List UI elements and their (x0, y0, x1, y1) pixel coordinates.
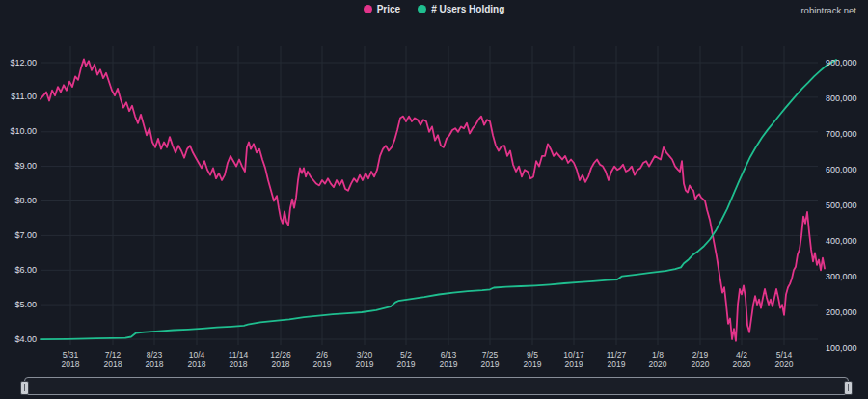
x-axis-label: 6/132019 (427, 350, 470, 369)
price-users-chart (0, 0, 868, 399)
y-axis-right-label: 300,000 (826, 272, 868, 282)
x-axis-label-date: 4/2 (720, 350, 763, 359)
users-holding-line (41, 60, 836, 339)
x-axis-label-date: 8/23 (133, 350, 176, 359)
x-axis-label-year: 2018 (49, 359, 92, 369)
x-axis-label: 11/142018 (217, 350, 259, 369)
x-axis-label-year: 2019 (469, 359, 511, 369)
x-axis-label: 12/262018 (259, 350, 302, 369)
x-axis-label-date: 7/25 (469, 350, 511, 359)
x-axis-label: 2/62019 (301, 350, 343, 369)
x-axis-label-date: 6/13 (427, 350, 470, 359)
x-axis-label-date: 10/17 (553, 350, 595, 359)
x-axis-label-year: 2018 (217, 359, 259, 369)
y-axis-left-label: $11.00 (0, 92, 37, 102)
x-axis-label: 7/252019 (469, 350, 511, 369)
x-axis-label-date: 2/6 (301, 350, 343, 359)
x-axis-label-year: 2018 (92, 359, 134, 369)
y-axis-right-label: 800,000 (826, 93, 868, 104)
x-axis-label-date: 5/31 (49, 350, 92, 359)
y-axis-right-label: 900,000 (826, 58, 868, 68)
x-axis-label: 5/22019 (385, 350, 427, 369)
x-axis-label-year: 2019 (595, 359, 637, 369)
x-axis-label-year: 2018 (176, 359, 218, 369)
x-axis-label: 5/312018 (49, 350, 92, 369)
x-axis-label: 7/122018 (92, 350, 134, 369)
x-axis-label: 2/192020 (679, 350, 721, 369)
y-axis-left-label: $4.00 (0, 334, 37, 345)
x-axis-label-year: 2020 (637, 359, 679, 369)
x-axis-label: 9/52019 (511, 350, 554, 369)
x-axis-label: 8/232018 (133, 350, 176, 369)
x-axis-label: 10/172019 (553, 350, 595, 369)
x-axis-label-date: 10/4 (176, 350, 218, 359)
x-axis-label-year: 2019 (427, 359, 470, 369)
x-axis-label-year: 2018 (133, 359, 176, 369)
y-axis-left-label: $8.00 (0, 196, 37, 206)
y-axis-right-label: 100,000 (826, 343, 868, 354)
x-axis-label-date: 9/5 (511, 350, 554, 359)
y-axis-right-label: 400,000 (826, 236, 868, 247)
x-axis-label-year: 2020 (679, 359, 721, 369)
navigator-left-handle[interactable] (20, 381, 29, 395)
x-axis-label-year: 2020 (763, 359, 805, 369)
x-axis-label-year: 2020 (720, 359, 763, 369)
y-axis-left-label: $10.00 (0, 126, 37, 137)
x-axis-label-date: 3/20 (343, 350, 386, 359)
x-axis-label: 1/82020 (637, 350, 679, 369)
x-axis-label: 5/142020 (763, 350, 805, 369)
x-axis-label-year: 2019 (553, 359, 595, 369)
y-axis-left-label: $5.00 (0, 300, 37, 310)
x-axis-label-date: 2/19 (679, 350, 721, 359)
x-axis-label-year: 2019 (511, 359, 554, 369)
x-axis-label-year: 2019 (301, 359, 343, 369)
robintrack-chart-page: Price # Users Holding robintrack.net $12… (0, 0, 868, 399)
navigator-right-handle[interactable] (844, 381, 853, 395)
x-axis-label: 4/22020 (720, 350, 763, 369)
y-axis-left-label: $7.00 (0, 230, 37, 241)
y-axis-right-label: 600,000 (826, 165, 868, 175)
y-axis-left-label: $9.00 (0, 161, 37, 172)
x-axis-label: 3/202019 (343, 350, 386, 369)
range-navigator[interactable] (24, 377, 849, 395)
x-axis-label: 10/42018 (176, 350, 218, 369)
x-axis-label-date: 5/14 (763, 350, 805, 359)
x-axis-label: 11/272019 (595, 350, 637, 369)
x-axis-label-date: 11/27 (595, 350, 637, 359)
price-line (41, 59, 825, 340)
x-axis-label-year: 2019 (385, 359, 427, 369)
x-axis-label-year: 2018 (259, 359, 302, 369)
y-axis-right-label: 700,000 (826, 129, 868, 140)
y-axis-left-label: $6.00 (0, 265, 37, 276)
y-axis-left-label: $12.00 (0, 58, 37, 68)
y-axis-right-label: 200,000 (826, 307, 868, 318)
x-axis-label-year: 2019 (343, 359, 386, 369)
y-axis-right-label: 500,000 (826, 200, 868, 211)
x-axis-label-date: 7/12 (92, 350, 134, 359)
x-axis-label-date: 5/2 (385, 350, 427, 359)
x-axis-label-date: 1/8 (637, 350, 679, 359)
x-axis-label-date: 11/14 (217, 350, 259, 359)
x-axis-label-date: 12/26 (259, 350, 302, 359)
